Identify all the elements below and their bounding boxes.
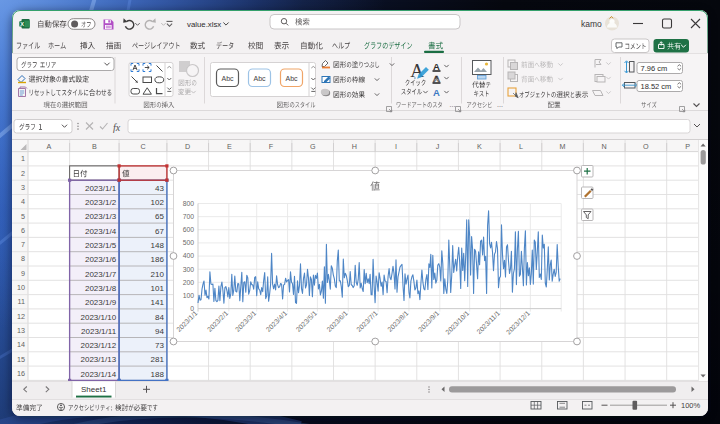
svg-text:2023/1/8: 2023/1/8 (85, 284, 117, 293)
svg-text:2023/1/9: 2023/1/9 (85, 298, 117, 307)
svg-text:43: 43 (155, 184, 164, 193)
svg-text:600: 600 (183, 226, 195, 233)
svg-text:141: 141 (151, 298, 165, 307)
svg-text:800: 800 (183, 200, 195, 207)
svg-text:Abc: Abc (221, 75, 234, 82)
svg-text:C: C (140, 142, 145, 151)
svg-text:2023/1/1: 2023/1/1 (85, 184, 117, 193)
svg-text:13: 13 (17, 326, 25, 335)
svg-text:700: 700 (183, 213, 195, 220)
svg-text:I: I (395, 142, 397, 151)
svg-text:2023/1/11: 2023/1/11 (81, 327, 117, 336)
svg-text:2023/1/12: 2023/1/12 (81, 341, 117, 350)
svg-text:fx: fx (113, 122, 121, 133)
svg-text:O: O (643, 142, 649, 151)
svg-text:186: 186 (151, 255, 165, 264)
svg-text:K: K (477, 142, 482, 151)
svg-text:2023/1/13: 2023/1/13 (81, 355, 117, 364)
svg-text:11: 11 (18, 297, 25, 306)
svg-text:A: A (433, 87, 440, 98)
svg-text:16: 16 (17, 369, 25, 378)
svg-text:F: F (269, 142, 274, 151)
svg-text:102: 102 (151, 198, 165, 207)
svg-text:8: 8 (21, 254, 25, 263)
svg-text:67: 67 (155, 227, 164, 236)
svg-text:73: 73 (155, 341, 164, 350)
svg-text:A: A (433, 61, 440, 72)
svg-text:2023/1/6: 2023/1/6 (85, 255, 117, 264)
svg-text:G: G (310, 142, 316, 151)
svg-text:A: A (46, 142, 51, 151)
svg-text:Abc: Abc (253, 75, 266, 82)
svg-text:5: 5 (21, 212, 25, 221)
svg-text:4: 4 (21, 197, 25, 206)
svg-text:500: 500 (183, 239, 195, 246)
svg-text:281: 281 (151, 355, 165, 364)
svg-text:P: P (685, 142, 690, 151)
svg-text:2023/1/14: 2023/1/14 (81, 370, 117, 379)
svg-text:7.96 cm: 7.96 cm (641, 64, 668, 73)
svg-text:300: 300 (183, 266, 195, 273)
svg-text:10: 10 (17, 283, 25, 292)
svg-text:kamo: kamo (581, 19, 602, 29)
svg-text:148: 148 (151, 241, 165, 250)
svg-text:18.52 cm: 18.52 cm (641, 82, 672, 91)
svg-text:D: D (185, 142, 190, 151)
svg-text:7: 7 (21, 240, 25, 249)
svg-text:100: 100 (183, 292, 195, 299)
svg-text:6: 6 (21, 226, 25, 235)
svg-text:X: X (20, 21, 24, 27)
svg-text:M: M (560, 142, 566, 151)
svg-text:210: 210 (151, 270, 165, 279)
svg-text:2023/1/2: 2023/1/2 (85, 198, 117, 207)
svg-text:200: 200 (183, 279, 195, 286)
svg-text:100%: 100% (681, 401, 701, 410)
svg-text:2023/1/4: 2023/1/4 (85, 227, 117, 236)
svg-text:9: 9 (21, 269, 25, 278)
svg-text:N: N (602, 142, 607, 151)
svg-text:L: L (519, 142, 523, 151)
svg-text:14: 14 (17, 340, 25, 349)
svg-text:3: 3 (21, 183, 25, 192)
svg-text:2023/1/7: 2023/1/7 (85, 270, 117, 279)
svg-text:value.xlsx: value.xlsx (187, 20, 221, 29)
svg-text:101: 101 (151, 284, 165, 293)
svg-text:2: 2 (21, 169, 25, 178)
svg-text:1: 1 (21, 154, 25, 163)
svg-text:65: 65 (155, 212, 164, 221)
svg-text:12: 12 (17, 312, 25, 321)
svg-text:J: J (436, 142, 440, 151)
svg-text:2023/1/10: 2023/1/10 (81, 313, 117, 322)
svg-text:B: B (92, 142, 97, 151)
svg-text:A: A (433, 73, 440, 84)
svg-text:E: E (227, 142, 232, 151)
svg-text:400: 400 (183, 252, 195, 259)
svg-text:A: A (410, 60, 424, 81)
svg-text:188: 188 (151, 370, 165, 379)
svg-text:84: 84 (155, 313, 164, 322)
svg-text:H: H (352, 142, 357, 151)
svg-text:15: 15 (17, 355, 25, 364)
svg-text:94: 94 (155, 327, 164, 336)
svg-text:Sheet1: Sheet1 (81, 385, 107, 394)
svg-text:...: ... (450, 101, 456, 108)
svg-text:2023/1/5: 2023/1/5 (85, 241, 117, 250)
svg-text:Abc: Abc (285, 75, 298, 82)
svg-text:...: ... (497, 101, 503, 108)
svg-text:2023/1/3: 2023/1/3 (85, 212, 117, 221)
